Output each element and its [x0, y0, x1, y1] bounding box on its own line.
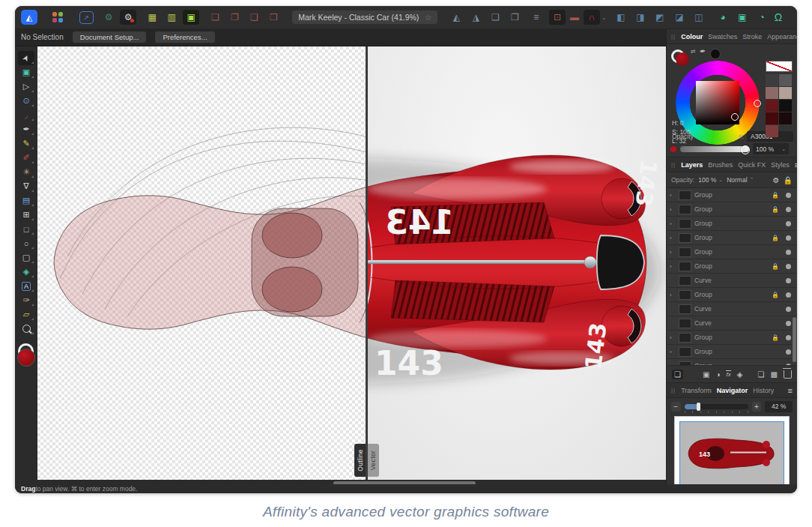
- move-tool[interactable]: ➤: [18, 51, 34, 65]
- preferences-button[interactable]: Preferences...: [155, 31, 214, 43]
- tab-layers[interactable]: Layers: [681, 161, 703, 169]
- lock-icon[interactable]: 🔒: [772, 192, 779, 199]
- layer-row[interactable]: Curve🔒: [667, 316, 797, 331]
- expand-icon[interactable]: ›: [670, 349, 676, 355]
- expand-icon[interactable]: ›: [670, 334, 676, 341]
- layer-row[interactable]: Curve🔒: [667, 274, 797, 288]
- corner-tool[interactable]: ◞: [18, 108, 34, 122]
- swatch[interactable]: [766, 112, 778, 124]
- layer-row[interactable]: ›Group🔒: [667, 259, 797, 274]
- boolean-add-icon[interactable]: ◧: [613, 10, 629, 25]
- place-image-tool[interactable]: ▤: [18, 193, 34, 208]
- shape-tool[interactable]: ◈: [18, 265, 34, 279]
- expand-icon[interactable]: ›: [670, 235, 676, 241]
- layer-row[interactable]: ›Group🔒: [667, 202, 797, 217]
- lock-icon[interactable]: 🔒: [772, 292, 779, 298]
- measure-tool[interactable]: ▱: [18, 307, 34, 322]
- insert-discard-icon[interactable]: ❒: [265, 10, 282, 25]
- zoom-in-button[interactable]: +: [752, 402, 762, 412]
- layer-row[interactable]: ›Group🔒: [667, 188, 797, 202]
- flip-vertical-icon[interactable]: ◮: [467, 10, 484, 25]
- panel-drag-handle[interactable]: ||: [671, 33, 676, 40]
- sl-selector[interactable]: [731, 113, 739, 121]
- visibility-toggle[interactable]: [786, 335, 791, 340]
- settings-gear-icon[interactable]: ⚙: [100, 10, 117, 25]
- visibility-toggle[interactable]: [786, 221, 791, 226]
- edit-all-layers-icon[interactable]: ❏: [672, 370, 683, 379]
- swatch[interactable]: [766, 87, 778, 99]
- layer-row[interactable]: ›Group🔒: [667, 217, 797, 231]
- zoom-out-button[interactable]: −: [671, 402, 681, 412]
- boolean-subtract-icon[interactable]: ◨: [632, 10, 649, 25]
- swatch[interactable]: [779, 87, 792, 99]
- layers-scrollbar-thumb[interactable]: [793, 317, 796, 362]
- layer-row[interactable]: ›Group🔒: [667, 359, 797, 365]
- flip-horizontal-icon[interactable]: ◭: [448, 10, 464, 25]
- colour-picker-tool[interactable]: ✑: [18, 293, 34, 307]
- swatch[interactable]: [779, 100, 792, 112]
- transform-origin-icon[interactable]: ⊡: [549, 10, 566, 25]
- fill-tool[interactable]: ∇: [18, 179, 34, 193]
- opacity-value-dropdown[interactable]: 100 %⌄: [753, 143, 789, 154]
- move-backward-icon[interactable]: ❐: [506, 10, 523, 25]
- layer-row[interactable]: ›Group🔒: [667, 331, 797, 345]
- tab-history[interactable]: History: [753, 387, 774, 394]
- swatch[interactable]: [766, 100, 778, 112]
- layer-effects-icon[interactable]: fx: [726, 370, 730, 378]
- swatch[interactable]: [766, 125, 778, 137]
- boolean-intersect-icon[interactable]: ◩: [652, 10, 668, 25]
- point-transform-tool[interactable]: ⊙: [18, 94, 34, 108]
- fill-mini-swatch[interactable]: [676, 52, 689, 66]
- layer-row[interactable]: Curve🔒: [667, 302, 797, 316]
- ellipse-tool[interactable]: ○: [18, 236, 34, 250]
- opacity-slider[interactable]: [680, 146, 749, 152]
- boolean-combine-icon[interactable]: ◫: [691, 10, 707, 25]
- margins-icon[interactable]: ▦: [144, 10, 160, 25]
- canvas-viewport[interactable]: 143 143 143 143: [37, 46, 682, 484]
- account-icon[interactable]: Ω: [770, 10, 787, 25]
- app-logo-icon[interactable]: ◭: [21, 10, 37, 25]
- insert-front-icon[interactable]: ❐: [226, 10, 243, 25]
- fill-stroke-indicator[interactable]: [16, 343, 36, 369]
- visibility-toggle[interactable]: [786, 364, 791, 366]
- text-tool[interactable]: A: [18, 279, 34, 293]
- layer-row[interactable]: ›Group🔒: [667, 288, 797, 302]
- favorite-star-icon[interactable]: ☆: [425, 13, 431, 22]
- expand-icon[interactable]: ›: [670, 263, 676, 270]
- document-setup-button[interactable]: Document Setup...: [73, 31, 147, 43]
- lock-icon[interactable]: 🔒: [772, 334, 779, 341]
- insert-replace-icon[interactable]: ❑: [246, 10, 262, 25]
- zoom-tool[interactable]: [18, 322, 34, 336]
- panel-menu-icon[interactable]: ≡: [795, 160, 797, 169]
- visibility-toggle[interactable]: [786, 349, 791, 355]
- add-layer-icon[interactable]: ▩: [771, 370, 778, 379]
- pencil-tool[interactable]: ✎: [18, 136, 34, 151]
- guides-icon[interactable]: ▥: [163, 10, 180, 25]
- swatch[interactable]: [779, 74, 792, 86]
- layer-row[interactable]: ›Group🔒: [667, 345, 797, 359]
- blend-mode-dropdown[interactable]: Normal⌃: [727, 176, 754, 184]
- navigator-viewport-rect[interactable]: 143: [679, 421, 784, 486]
- export-persona-icon[interactable]: ↗: [78, 10, 94, 25]
- no-colour-swatch[interactable]: [766, 61, 793, 72]
- visibility-toggle[interactable]: [786, 235, 791, 241]
- node-tool[interactable]: ▷: [18, 79, 34, 94]
- expand-icon[interactable]: ›: [670, 292, 676, 298]
- rectangle-tool[interactable]: □: [18, 222, 34, 236]
- live-filter-icon[interactable]: ◈: [737, 370, 743, 379]
- tab-stroke[interactable]: Stroke: [742, 33, 762, 40]
- visibility-toggle[interactable]: [786, 321, 791, 326]
- swatch[interactable]: [779, 112, 792, 124]
- tab-styles[interactable]: Styles: [771, 161, 790, 169]
- snap-preset-icon[interactable]: ▬: [569, 10, 581, 25]
- zoom-value[interactable]: 42 %: [765, 401, 793, 412]
- boolean-divide-icon[interactable]: ◪: [671, 10, 688, 25]
- adjustment-layer-icon[interactable]: ◑: [715, 370, 720, 379]
- tab-quick-fx[interactable]: Quick FX: [738, 161, 766, 169]
- tab-transform[interactable]: Transform: [681, 387, 712, 394]
- visibility-toggle[interactable]: [786, 307, 791, 312]
- navigator-preview[interactable]: 143: [674, 416, 790, 491]
- zoom-slider-knob[interactable]: [697, 403, 700, 411]
- visibility-toggle[interactable]: [786, 264, 791, 269]
- expand-icon[interactable]: ›: [670, 192, 676, 199]
